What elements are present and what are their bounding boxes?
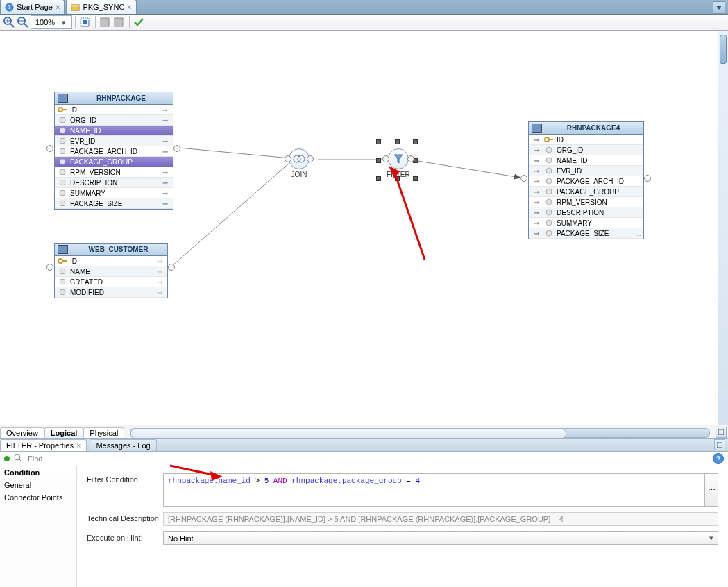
column-row[interactable]: ➞NAME_ID bbox=[529, 155, 643, 166]
column-row[interactable]: SUMMARY➞ bbox=[55, 188, 173, 198]
arrow-out-icon: ➞ bbox=[159, 127, 171, 135]
svg-rect-34 bbox=[549, 139, 553, 140]
column-icon bbox=[56, 148, 69, 155]
entity-header: RHNPACKAGE4 bbox=[529, 122, 643, 135]
column-row[interactable]: ➞EVR_ID bbox=[529, 166, 643, 176]
svg-point-35 bbox=[546, 147, 552, 153]
status-dot-icon bbox=[4, 456, 10, 461]
exec-hint-label: Execute on Hint: bbox=[87, 531, 163, 542]
svg-point-23 bbox=[60, 180, 65, 185]
scroll-thumb[interactable] bbox=[720, 35, 727, 64]
svg-point-31 bbox=[294, 155, 300, 162]
column-row[interactable]: ➞SUMMARY bbox=[529, 218, 643, 228]
port-in[interactable] bbox=[382, 155, 389, 162]
validate-icon[interactable] bbox=[133, 16, 145, 28]
node-join[interactable]: JOIN bbox=[289, 148, 310, 178]
connector-dot[interactable] bbox=[520, 175, 527, 182]
port-out[interactable] bbox=[307, 155, 314, 162]
column-row[interactable]: RPM_VERSION➞ bbox=[55, 167, 173, 178]
svg-point-28 bbox=[60, 269, 65, 274]
svg-rect-45 bbox=[717, 442, 722, 448]
column-row[interactable]: PACKAGE_GROUP➞ bbox=[55, 157, 173, 167]
column-row[interactable]: NAME_ID➞ bbox=[55, 126, 173, 136]
close-icon[interactable]: × bbox=[127, 3, 131, 11]
technical-description: [RHNPACKAGE (RHNPACKAGE)].[NAME_ID] > 5 … bbox=[163, 512, 718, 526]
column-row[interactable]: ➞ID bbox=[529, 135, 643, 145]
column-row[interactable]: ID➞ bbox=[55, 256, 167, 266]
vertical-scrollbar[interactable] bbox=[718, 31, 728, 425]
entity-title: WEB_CUSTOMER bbox=[72, 246, 164, 253]
filter-condition-input[interactable]: rhnpackage.name_id > 5 AND rhnpackage.pa… bbox=[163, 473, 705, 507]
zoom-out-icon[interactable] bbox=[17, 16, 29, 28]
find-input[interactable] bbox=[26, 454, 709, 463]
connector-dot[interactable] bbox=[168, 264, 175, 271]
diagram-canvas[interactable]: RHNPACKAGE ID➞ORG_ID➞NAME_ID➞EVR_ID➞PACK… bbox=[0, 31, 718, 425]
port-in[interactable] bbox=[285, 155, 291, 162]
entity-rhnpackage[interactable]: RHNPACKAGE ID➞ORG_ID➞NAME_ID➞EVR_ID➞PACK… bbox=[54, 92, 173, 210]
maximize-icon[interactable] bbox=[716, 427, 727, 438]
zoom-value: 100% bbox=[33, 18, 58, 26]
ptab-filter-properties[interactable]: FILTER - Properties × bbox=[0, 439, 87, 451]
tab-pkg-sync[interactable]: PKG_SYNC × bbox=[66, 0, 136, 14]
vtab-logical[interactable]: Logical bbox=[44, 427, 84, 438]
port-out[interactable] bbox=[407, 155, 414, 162]
column-row[interactable]: PACKAGE_SIZE➞ bbox=[55, 198, 173, 209]
column-row[interactable]: ID➞ bbox=[55, 105, 173, 115]
zoom-in-icon[interactable] bbox=[3, 16, 15, 28]
restore-icon[interactable] bbox=[714, 439, 725, 450]
entity-rhnpackage4[interactable]: RHNPACKAGE4 ➞ID➞ORG_ID➞NAME_ID➞EVR_ID➞PA… bbox=[528, 121, 644, 239]
side-connector-points[interactable]: Connector Points bbox=[0, 491, 76, 504]
scroll-thumb[interactable] bbox=[130, 429, 566, 439]
svg-point-24 bbox=[60, 190, 65, 196]
column-row[interactable]: ➞PACKAGE_SIZE … bbox=[529, 228, 643, 239]
fit-to-page-icon[interactable] bbox=[78, 16, 91, 28]
arrow-out-icon: ➞ bbox=[159, 148, 171, 155]
column-row[interactable]: ➞PACKAGE_ARCH_ID bbox=[529, 176, 643, 187]
node-filter[interactable]: FILTER bbox=[387, 148, 410, 178]
connector-dot[interactable] bbox=[46, 145, 53, 152]
arrow-out-icon: ➞ bbox=[153, 289, 166, 296]
column-row[interactable]: ➞RPM_VERSION bbox=[529, 197, 643, 207]
column-row[interactable]: PACKAGE_ARCH_ID➞ bbox=[55, 146, 173, 157]
editor-tab-strip: ? Start Page × PKG_SYNC × bbox=[0, 0, 728, 15]
node-label: FILTER bbox=[387, 171, 410, 178]
column-icon bbox=[543, 230, 555, 237]
svg-point-39 bbox=[546, 189, 552, 194]
vtab-physical[interactable]: Physical bbox=[83, 427, 124, 438]
column-row[interactable]: MODIFIED➞ bbox=[55, 287, 167, 298]
close-icon[interactable]: × bbox=[56, 3, 60, 11]
side-condition[interactable]: Condition bbox=[0, 466, 76, 479]
ptab-messages-log[interactable]: Messages - Log bbox=[90, 439, 156, 451]
svg-rect-14 bbox=[115, 18, 123, 26]
horizontal-scrollbar[interactable] bbox=[130, 428, 710, 438]
arrow-out-icon: ➞ bbox=[159, 137, 171, 145]
connector-dot[interactable] bbox=[173, 145, 180, 152]
column-icon bbox=[543, 219, 555, 226]
tab-overflow-icon[interactable] bbox=[713, 1, 725, 14]
entity-webcustomer[interactable]: WEB_CUSTOMER ID➞NAME➞CREATED➞MODIFIED➞ bbox=[54, 243, 168, 298]
zoom-select[interactable]: 100% ▾ bbox=[31, 15, 72, 29]
tab-start-page[interactable]: ? Start Page × bbox=[0, 0, 65, 14]
column-row[interactable]: DESCRIPTION➞ bbox=[55, 178, 173, 188]
connector-dot[interactable] bbox=[46, 264, 53, 271]
execute-hint-select[interactable]: No Hint ▾ bbox=[163, 531, 718, 545]
layout2-icon[interactable] bbox=[112, 16, 125, 28]
column-row[interactable]: ➞ORG_ID bbox=[529, 145, 643, 155]
column-row[interactable]: EVR_ID➞ bbox=[55, 136, 173, 146]
column-row[interactable]: CREATED➞ bbox=[55, 277, 167, 287]
expand-editor-icon[interactable]: ⋯ bbox=[705, 473, 718, 507]
connector-dot[interactable] bbox=[644, 175, 651, 182]
side-general[interactable]: General bbox=[0, 479, 76, 491]
key-icon bbox=[543, 136, 555, 143]
column-row[interactable]: ➞PACKAGE_GROUP bbox=[529, 187, 643, 197]
chevron-down-icon: ▾ bbox=[58, 18, 70, 27]
column-row[interactable]: NAME➞ bbox=[55, 266, 167, 277]
close-icon[interactable]: × bbox=[76, 441, 81, 450]
column-row[interactable]: ➞DESCRIPTION bbox=[529, 207, 643, 218]
diagram-toolbar: 100% ▾ bbox=[0, 15, 728, 31]
layout1-icon[interactable] bbox=[99, 16, 111, 28]
svg-point-15 bbox=[58, 108, 62, 112]
help-icon[interactable]: ? bbox=[713, 453, 724, 464]
vtab-overview[interactable]: Overview bbox=[0, 427, 44, 438]
column-row[interactable]: ORG_ID➞ bbox=[55, 115, 173, 126]
